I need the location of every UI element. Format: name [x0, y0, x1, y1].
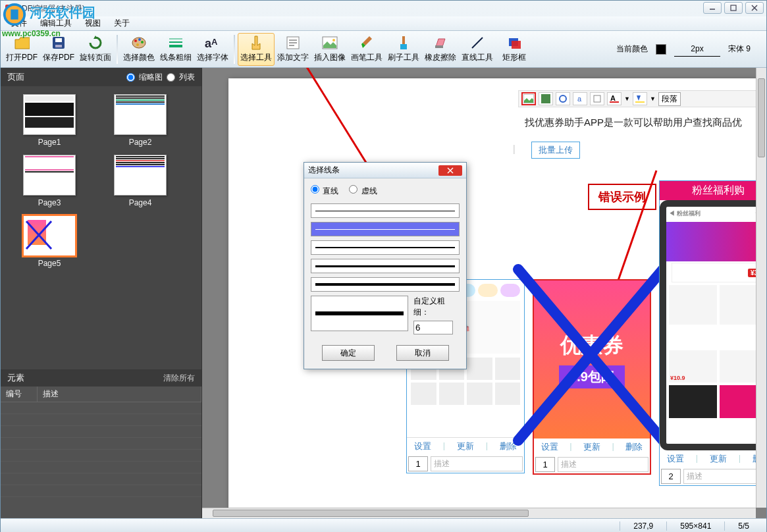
- dashed-radio[interactable]: 虚线: [349, 185, 377, 197]
- inner-icon3[interactable]: a: [573, 92, 587, 105]
- op-delete[interactable]: 删除: [500, 440, 517, 452]
- list-mode-radio[interactable]: 列表: [167, 72, 195, 83]
- product-card-3[interactable]: 粉丝福利购 ◀ 粉丝福利Q ⋯ ¥3 ¥10.9 设置|更新|删除: [659, 180, 756, 486]
- svg-point-35: [560, 95, 566, 102]
- rect-tool-button[interactable]: 矩形框: [496, 33, 533, 66]
- horizontal-scrollbar[interactable]: [202, 508, 756, 518]
- op-delete[interactable]: 删除: [625, 441, 643, 453]
- close-button[interactable]: [745, 2, 764, 14]
- rotate-page-button[interactable]: 旋转页面: [77, 33, 114, 66]
- thumbnail-page3[interactable]: Page3: [6, 155, 93, 207]
- desc-input-2[interactable]: 描述: [558, 457, 648, 472]
- add-text-button[interactable]: 添加文字: [275, 33, 311, 66]
- elements-header: 元素 清除所有: [1, 369, 201, 386]
- inner-toolbar: a A ▼ ▼ 段落: [518, 90, 756, 107]
- svg-line-28: [472, 38, 483, 48]
- error-example-label: 错误示例: [588, 184, 656, 210]
- svg-rect-8: [55, 38, 62, 42]
- current-color-swatch[interactable]: [656, 44, 666, 55]
- eraser-button[interactable]: 橡皮擦除: [422, 33, 459, 66]
- svg-point-13: [141, 41, 144, 43]
- order-input-2[interactable]: [535, 457, 555, 472]
- svg-rect-37: [594, 95, 600, 102]
- bulk-upload-button[interactable]: 批量上传: [531, 142, 580, 159]
- dialog-cancel-button[interactable]: 取消: [396, 345, 449, 361]
- custom-width-label: 自定义粗细：: [413, 296, 460, 318]
- dialog-close-button[interactable]: [438, 165, 462, 176]
- svg-rect-39: [610, 101, 619, 103]
- inner-icon1[interactable]: [539, 92, 553, 105]
- insert-image-button[interactable]: 插入图像: [311, 33, 348, 66]
- svg-rect-40: [635, 101, 645, 103]
- menu-file[interactable]: 文件: [5, 16, 34, 30]
- open-pdf-button[interactable]: 打开PDF: [3, 33, 40, 66]
- main-toolbar: 打开PDF 保存PDF 旋转页面 选择颜色 线条粗细 aA选择字体 选择工具 添…: [1, 31, 766, 68]
- svg-rect-27: [435, 45, 443, 48]
- col-id[interactable]: 编号: [1, 386, 38, 402]
- desc-input-1[interactable]: 描述: [431, 456, 523, 471]
- select-color-button[interactable]: 选择颜色: [120, 33, 157, 66]
- solid-radio[interactable]: 直线: [311, 185, 338, 197]
- line-width-button[interactable]: 线条粗细: [157, 33, 194, 66]
- thumbnail-page1[interactable]: Page1: [6, 94, 93, 147]
- inner-icon4[interactable]: [590, 92, 604, 105]
- inner-font-color-icon[interactable]: A: [607, 92, 622, 105]
- op-set[interactable]: 设置: [414, 440, 431, 452]
- line-option-5[interactable]: [311, 277, 460, 292]
- thumbnails-pane: Page1 Page2 Page3 Page4 Page5: [1, 86, 201, 369]
- menu-about[interactable]: 关于: [107, 16, 136, 30]
- select-font-button[interactable]: aA选择字体: [194, 33, 231, 66]
- clear-all-button[interactable]: 清除所有: [163, 373, 195, 384]
- line-tool-button[interactable]: 直线工具: [459, 33, 496, 66]
- save-pdf-button[interactable]: 保存PDF: [40, 33, 77, 66]
- desc-input-3[interactable]: 描述: [683, 469, 756, 484]
- op-set[interactable]: 设置: [667, 453, 684, 465]
- col-desc[interactable]: 描述: [38, 386, 201, 402]
- dialog-title: 选择线条: [308, 165, 340, 176]
- line-option-2[interactable]: [311, 222, 460, 236]
- svg-text:a: a: [577, 95, 582, 103]
- op-update[interactable]: 更新: [583, 441, 600, 453]
- select-tool-button[interactable]: 选择工具: [238, 33, 275, 66]
- inner-img-icon[interactable]: [521, 92, 536, 105]
- page-text-line: 找优惠券助手APP是一款可以帮助用户查找商品优: [525, 117, 756, 129]
- maximize-button[interactable]: [724, 2, 743, 14]
- window-frame: 河东软件园 www.pc0359.cn PDF编辑器(未注册) 文件 编辑工具 …: [0, 0, 767, 532]
- inner-icon2[interactable]: [556, 92, 570, 105]
- line-width-sample[interactable]: [674, 56, 720, 57]
- svg-rect-2: [5, 5, 13, 13]
- svg-rect-30: [512, 41, 521, 49]
- menu-view[interactable]: 视图: [78, 16, 107, 30]
- dialog-ok-button[interactable]: 确定: [322, 345, 375, 361]
- thumbnail-page2[interactable]: Page2: [97, 94, 184, 147]
- pages-label: 页面: [7, 71, 24, 83]
- menu-edit[interactable]: 编辑工具: [34, 16, 78, 30]
- inner-highlight-icon[interactable]: [633, 92, 647, 105]
- inner-paragraph-dropdown[interactable]: 段落: [658, 92, 681, 106]
- thumb-mode-radio[interactable]: 缩略图: [126, 72, 163, 83]
- thumbnail-page4[interactable]: Page4: [97, 155, 184, 207]
- op-update[interactable]: 更新: [710, 453, 727, 465]
- minimize-button[interactable]: [703, 2, 722, 14]
- line-option-3[interactable]: [311, 240, 460, 255]
- vertical-scrollbar[interactable]: [756, 68, 766, 508]
- custom-width-input[interactable]: [413, 321, 453, 334]
- pages-header: 页面 缩略图 列表: [1, 68, 201, 86]
- order-input-3[interactable]: [661, 469, 681, 484]
- font-info-label[interactable]: 宋体 9: [728, 43, 751, 55]
- thumbnail-page5[interactable]: Page5: [6, 215, 93, 268]
- elements-label: 元素: [7, 372, 24, 384]
- order-input-1[interactable]: [408, 456, 428, 471]
- op-set[interactable]: 设置: [541, 441, 558, 453]
- brush2-tool-button[interactable]: 刷子工具: [385, 33, 422, 66]
- svg-point-25: [332, 39, 335, 41]
- svg-point-14: [136, 43, 139, 46]
- status-page: 5/5: [724, 521, 762, 531]
- op-update[interactable]: 更新: [457, 440, 474, 452]
- line-option-4[interactable]: [311, 259, 460, 273]
- status-coord: 237,9: [620, 521, 666, 531]
- svg-text:A: A: [211, 37, 218, 47]
- brush-tool-button[interactable]: 画笔工具: [348, 33, 385, 66]
- line-option-1[interactable]: [311, 203, 460, 218]
- product-card-2[interactable]: 优惠券 9.9包邮 设置|更新|删除 描述: [533, 279, 651, 475]
